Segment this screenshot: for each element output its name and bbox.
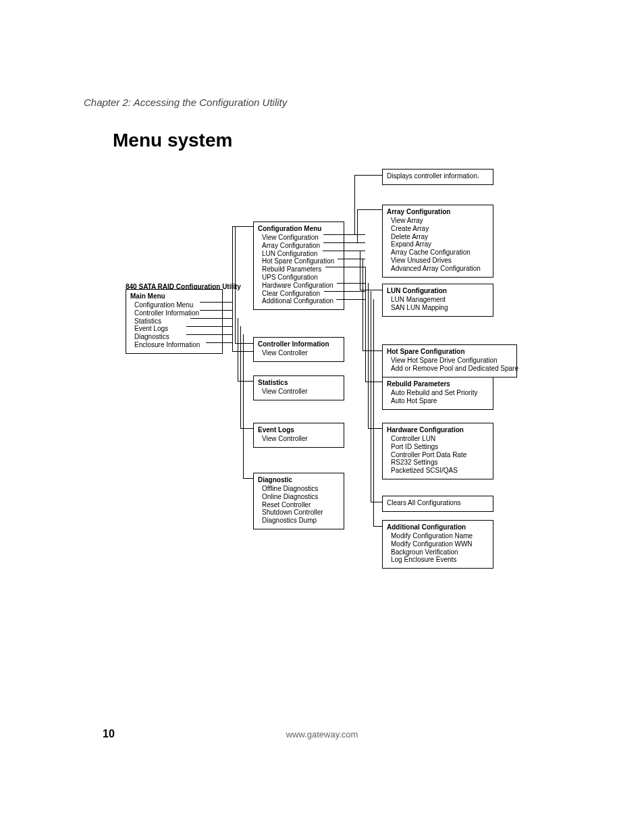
connector	[338, 259, 365, 259]
connector	[186, 326, 232, 327]
main-menu-box: Main Menu Configuration Menu Controller …	[126, 289, 223, 354]
array-config-item: View Unused Drives	[387, 257, 489, 265]
connector	[368, 428, 382, 429]
hardware-item: Port ID Settings	[387, 443, 489, 451]
connector	[232, 226, 233, 351]
connector	[371, 291, 371, 502]
additional-item: Log Enclosure Events	[387, 556, 489, 564]
diagnostic-item: Offline Diagnostics	[258, 485, 340, 493]
connector	[232, 226, 253, 227]
hardware-title: Hardware Configuration	[387, 426, 489, 434]
clears-all-box: Clears All Configurations	[382, 496, 493, 512]
main-menu-title: Main Menu	[130, 292, 218, 300]
displays-controller-text: Displays controller information.	[387, 172, 489, 180]
connector	[365, 382, 382, 382]
controller-info-box: Controller Information View Controller	[253, 337, 344, 362]
connector	[243, 334, 244, 478]
array-config-item: View Array	[387, 217, 489, 225]
connector	[200, 310, 232, 311]
connector	[324, 291, 365, 292]
config-menu-item: Hardware Configuration	[258, 282, 340, 290]
connector	[357, 209, 382, 210]
connector	[373, 526, 382, 527]
connector	[200, 302, 232, 303]
additional-title: Additional Configuration	[387, 523, 489, 531]
connector	[240, 428, 253, 429]
additional-item: Backgroun Verification	[387, 548, 489, 556]
statistics-item: View Controller	[258, 388, 340, 396]
additional-item: Modify Configuration WWN	[387, 540, 489, 548]
controller-info-title: Controller Information	[258, 340, 340, 348]
statistics-title: Statistics	[258, 379, 340, 386]
hardware-box: Hardware Configuration Controller LUN Po…	[382, 423, 493, 479]
diagnostic-item: Reset Controller	[258, 501, 340, 509]
page-number: 10	[103, 728, 115, 740]
connector	[337, 283, 365, 284]
connector	[371, 502, 382, 502]
config-menu-title: Configuration Menu	[258, 225, 340, 232]
array-config-item: Expand Array	[387, 240, 489, 249]
connector	[360, 251, 360, 290]
event-logs-box: Event Logs View Controller	[253, 423, 344, 448]
connector	[235, 226, 236, 343]
connector	[373, 299, 374, 526]
connector	[368, 283, 369, 428]
connector	[190, 318, 232, 319]
connector	[365, 267, 366, 382]
diagnostic-item: Shutdown Controller	[258, 509, 340, 517]
controller-info-item: View Controller	[258, 349, 340, 357]
array-config-box: Array Configuration View Array Create Ar…	[382, 205, 493, 278]
connector	[363, 350, 382, 351]
additional-box: Additional Configuration Modify Configur…	[382, 520, 493, 569]
lun-config-item: LUN Management	[387, 296, 489, 304]
connector	[186, 334, 232, 335]
connector	[323, 234, 365, 235]
diagnostic-title: Diagnostic	[258, 476, 340, 484]
connector	[240, 326, 241, 428]
connector	[354, 175, 355, 235]
rebuild-box: Rebuild Parameters Auto Rebuild and Set …	[382, 377, 493, 410]
hot-spare-item: View Hot Spare Drive Configuration	[387, 357, 512, 365]
connector	[232, 351, 253, 352]
event-logs-title: Event Logs	[258, 426, 340, 434]
rebuild-item: Auto Rebuild and Set Priority	[387, 389, 489, 397]
connector	[354, 175, 382, 176]
config-menu-item: Additional Configuration	[258, 297, 340, 305]
connector	[363, 259, 363, 350]
config-menu-item: UPS Configuration	[258, 273, 340, 282]
hot-spare-title: Hot Spare Configuration	[387, 348, 512, 355]
connector	[238, 318, 238, 381]
lun-config-title: LUN Configuration	[387, 287, 489, 294]
connector	[206, 342, 232, 343]
diagnostic-item: Online Diagnostics	[258, 493, 340, 501]
page-title: Menu system	[113, 130, 232, 151]
clears-all-text: Clears All Configurations	[387, 499, 489, 507]
hardware-item: Packetized SCSI/QAS	[387, 467, 489, 475]
hot-spare-box: Hot Spare Configuration View Hot Spare D…	[382, 344, 517, 377]
connector	[336, 299, 365, 300]
connector	[357, 209, 358, 243]
array-config-item: Advanced Array Configuration	[387, 265, 489, 273]
connector	[360, 290, 382, 290]
rebuild-title: Rebuild Parameters	[387, 380, 489, 388]
chapter-heading: Chapter 2: Accessing the Configuration U…	[84, 97, 287, 108]
diagnostic-item: Diagnostics Dump	[258, 517, 340, 525]
connector	[323, 242, 365, 243]
event-logs-item: View Controller	[258, 435, 340, 443]
footer-url: www.gateway.com	[0, 729, 644, 739]
array-config-item: Create Array	[387, 225, 489, 233]
hot-spare-item: Add or Remove Pool and Dedicated Spare	[387, 365, 512, 373]
connector	[235, 343, 253, 344]
additional-item: Modify Configuration Name	[387, 532, 489, 540]
array-config-item: Delete Array	[387, 233, 489, 241]
rebuild-item: Auto Hot Spare	[387, 397, 489, 405]
displays-controller-box: Displays controller information.	[382, 169, 493, 185]
main-menu-item: Enclosure Information	[130, 341, 218, 349]
diagnostic-box: Diagnostic Offline Diagnostics Online Di…	[253, 473, 344, 529]
connector	[238, 381, 253, 382]
array-config-item: Array Cache Configuration	[387, 249, 489, 257]
config-menu-item: Hot Spare Configuration	[258, 257, 340, 265]
connector	[323, 251, 365, 251]
hardware-item: RS232 Settings	[387, 459, 489, 467]
lun-config-box: LUN Configuration LUN Management SAN LUN…	[382, 284, 493, 317]
